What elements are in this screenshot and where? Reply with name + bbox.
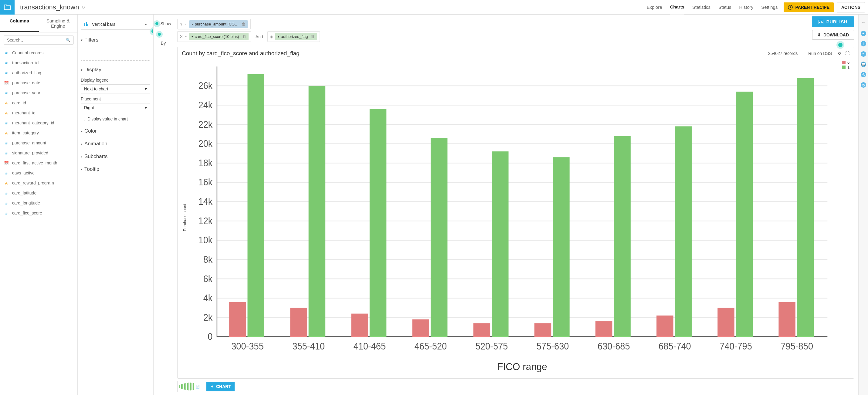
chart-config-panel: Vertical bars ▾ ▾Filters ▾Display Displa… bbox=[78, 14, 154, 395]
section-animation[interactable]: ▸Animation bbox=[81, 139, 150, 149]
column-item[interactable]: #Count of records bbox=[0, 48, 78, 58]
tab-columns[interactable]: Columns bbox=[0, 14, 39, 32]
column-item[interactable]: Aitem_category bbox=[0, 128, 78, 138]
column-item[interactable]: #signature_provided bbox=[0, 148, 78, 158]
column-type-icon: # bbox=[4, 71, 9, 75]
legend-swatch-1 bbox=[842, 66, 845, 69]
column-item[interactable]: #card_longitude bbox=[0, 198, 78, 208]
svg-text:4k: 4k bbox=[203, 293, 213, 303]
rail-list-icon[interactable]: ≡ bbox=[861, 51, 866, 57]
filters-dropzone[interactable] bbox=[81, 47, 150, 61]
svg-rect-1 bbox=[84, 23, 85, 26]
column-item[interactable]: 📅purchase_date bbox=[0, 78, 78, 88]
columns-list: #Count of records#transaction_id#authori… bbox=[0, 47, 78, 395]
placement-select[interactable]: Right▾ bbox=[81, 103, 150, 112]
svg-rect-6 bbox=[820, 21, 822, 23]
column-item[interactable]: Acard_reward_program bbox=[0, 178, 78, 188]
remove-chip-icon[interactable]: 🗑 bbox=[311, 34, 315, 39]
section-display[interactable]: ▾Display bbox=[81, 65, 150, 75]
column-type-icon: 📅 bbox=[4, 81, 9, 85]
checkbox-icon[interactable] bbox=[81, 117, 85, 121]
color-axis-chip[interactable]: ▾ authorized_flag 🗑 bbox=[275, 33, 317, 40]
display-value-checkbox-row[interactable]: Display value in chart bbox=[81, 117, 150, 121]
column-item[interactable]: 📅card_first_active_month bbox=[0, 158, 78, 168]
rail-add-icon[interactable]: + bbox=[861, 31, 866, 36]
section-tooltip[interactable]: ▸Tooltip bbox=[81, 164, 150, 174]
svg-rect-56 bbox=[595, 321, 612, 337]
column-label: signature_provided bbox=[12, 151, 48, 155]
columns-search[interactable]: 🔍 bbox=[4, 35, 74, 44]
actions-button[interactable]: ACTIONS bbox=[837, 2, 865, 12]
column-item[interactable]: #transaction_id bbox=[0, 58, 78, 68]
nav-settings[interactable]: Settings bbox=[761, 0, 778, 14]
section-subcharts[interactable]: ▸Subcharts bbox=[81, 152, 150, 161]
expand-chart-icon[interactable]: ⛶ bbox=[845, 51, 849, 56]
column-label: card_longitude bbox=[12, 201, 40, 205]
column-item[interactable]: #purchase_amount bbox=[0, 138, 78, 148]
remove-chip-icon[interactable]: 🗑 bbox=[242, 34, 246, 39]
column-label: purchase_date bbox=[12, 80, 40, 85]
svg-text:26k: 26k bbox=[198, 80, 213, 91]
dataset-folder-icon[interactable] bbox=[0, 0, 14, 14]
color-axis-chip-group[interactable]: ◆ ▾ authorized_flag 🗑 bbox=[268, 31, 320, 42]
nav-charts[interactable]: Charts bbox=[670, 0, 685, 14]
column-item[interactable]: #card_fico_score bbox=[0, 208, 78, 218]
column-item[interactable]: #days_active bbox=[0, 168, 78, 178]
nav-statistics[interactable]: Statistics bbox=[692, 0, 711, 14]
thumb-copy-icon[interactable]: 📄 bbox=[196, 385, 200, 389]
column-type-icon: 📅 bbox=[4, 161, 9, 165]
svg-text:575-630: 575-630 bbox=[536, 341, 569, 351]
collapse-rail-icon[interactable]: ← bbox=[861, 20, 866, 26]
column-item[interactable]: Amerchant_id bbox=[0, 108, 78, 118]
column-item[interactable]: #authorized_flag bbox=[0, 68, 78, 78]
refresh-chart-icon[interactable]: ⟲ bbox=[837, 51, 841, 56]
chart-type-label: Vertical bars bbox=[92, 22, 115, 27]
y-axis-chip[interactable]: ▾ purchase_amount (CO… 🗑 bbox=[189, 20, 248, 28]
nav-explore[interactable]: Explore bbox=[647, 0, 662, 14]
column-item[interactable]: #merchant_category_id bbox=[0, 118, 78, 128]
svg-rect-38 bbox=[229, 302, 246, 337]
add-chart-button[interactable]: ＋ CHART bbox=[206, 382, 235, 391]
rail-comment-icon[interactable]: 💬 bbox=[861, 62, 866, 67]
column-item[interactable]: Acard_id bbox=[0, 98, 78, 108]
display-legend-select[interactable]: Next to chart▾ bbox=[81, 84, 150, 93]
svg-text:630-685: 630-685 bbox=[597, 341, 630, 351]
publish-button[interactable]: PUBLISH bbox=[812, 17, 854, 27]
chart-type-select[interactable]: Vertical bars ▾ bbox=[81, 19, 150, 30]
refresh-icon[interactable]: ⟳ bbox=[82, 5, 86, 10]
column-item[interactable]: #card_latitude bbox=[0, 188, 78, 198]
svg-rect-44 bbox=[351, 314, 368, 337]
by-label: By bbox=[161, 41, 166, 45]
chart-title: Count by card_fico_score and authorized_… bbox=[182, 50, 768, 57]
section-color[interactable]: ▸Color bbox=[81, 126, 150, 136]
svg-text:14k: 14k bbox=[198, 196, 213, 207]
columns-search-input[interactable] bbox=[7, 38, 66, 42]
nav-status[interactable]: Status bbox=[718, 0, 732, 14]
column-type-icon: # bbox=[4, 211, 9, 216]
section-filters[interactable]: ▾Filters bbox=[81, 35, 150, 45]
svg-rect-57 bbox=[614, 136, 630, 337]
chart-thumbnail[interactable]: 📄 bbox=[177, 381, 202, 392]
column-label: card_fico_score bbox=[12, 210, 42, 216]
column-label: days_active bbox=[12, 170, 35, 175]
remove-chip-icon[interactable]: 🗑 bbox=[242, 22, 246, 26]
download-button[interactable]: ⬇ DOWNLOAD bbox=[812, 30, 854, 40]
svg-text:12k: 12k bbox=[198, 216, 213, 226]
rail-lab-icon[interactable]: ⚗ bbox=[861, 72, 866, 77]
svg-rect-45 bbox=[370, 109, 386, 337]
parent-recipe-button[interactable]: PARENT RECIPE bbox=[784, 2, 834, 12]
bar-chart-icon bbox=[84, 22, 90, 27]
nav-history[interactable]: History bbox=[739, 0, 753, 14]
svg-text:410-465: 410-465 bbox=[353, 341, 386, 351]
rail-clock-icon[interactable]: ◔ bbox=[861, 82, 866, 88]
column-item[interactable]: #purchase_year bbox=[0, 88, 78, 98]
tab-sampling-engine[interactable]: Sampling & Engine bbox=[39, 14, 78, 32]
rail-info-icon[interactable]: i bbox=[861, 41, 866, 46]
y-axis-chip-group[interactable]: Y ▾ ▾ purchase_amount (CO… 🗑 bbox=[177, 19, 251, 29]
and-label: And bbox=[255, 34, 263, 39]
svg-text:740-795: 740-795 bbox=[720, 341, 752, 351]
x-axis-chip-group[interactable]: X ▾ ▾ card_fico_score (10 bins) 🗑 bbox=[177, 31, 251, 42]
svg-rect-59 bbox=[656, 316, 673, 337]
svg-text:300-355: 300-355 bbox=[231, 341, 264, 351]
x-axis-chip[interactable]: ▾ card_fico_score (10 bins) 🗑 bbox=[189, 33, 249, 40]
